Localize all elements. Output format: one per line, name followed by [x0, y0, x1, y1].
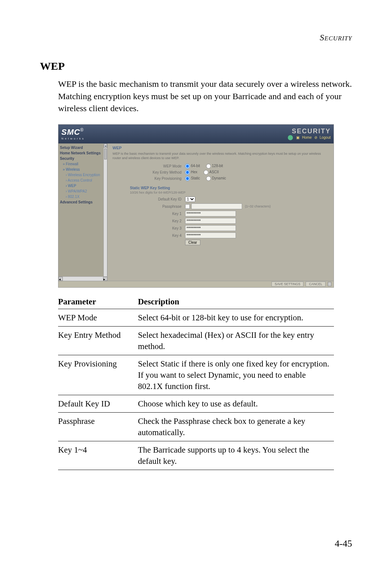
clear-button[interactable]: Clear [185, 240, 200, 245]
table-row: PassphraseCheck the Passphrase check box… [58, 413, 334, 441]
param-cell: Key Provisioning [58, 355, 138, 395]
param-cell: Default Key ID [58, 395, 138, 413]
wep-mode-64[interactable]: 64-bit [185, 164, 200, 168]
wep-mode-128[interactable]: 128-bit [206, 164, 223, 168]
sidebar-item-home-network[interactable]: Home Network Settings [60, 150, 106, 156]
entry-hex[interactable]: Hex [185, 170, 197, 174]
globe-icon [288, 135, 293, 140]
banner-title: SECURITY [286, 127, 331, 135]
param-cell: Key 1~4 [58, 441, 138, 470]
radio-64bit[interactable] [185, 164, 190, 169]
scroll-up-icon[interactable]: ▴ [104, 143, 107, 148]
param-cell: WEP Mode [58, 309, 138, 326]
sidebar: Setup Wizard Home Network Settings Secur… [58, 143, 107, 281]
scroll-thumb[interactable] [104, 149, 107, 159]
router-screenshot: SMC® Networks SECURITY ▣ Home ⊘ Logout S… [58, 124, 334, 288]
radio-hex[interactable] [185, 170, 190, 175]
radio-ascii[interactable] [204, 170, 208, 175]
passphrase-checkbox[interactable] [185, 204, 190, 209]
save-settings-button[interactable]: SAVE SETTINGS [271, 282, 304, 287]
static-key-heading: Static WEP Key Setting [130, 186, 328, 190]
key3-label: Key 3 [113, 226, 185, 230]
intro-text: WEP is the basic mechanism to transmit y… [58, 78, 352, 115]
breadcrumb: Security [40, 33, 352, 42]
key3-input[interactable] [185, 225, 236, 231]
content-desc: WEP is the basic mechanism to transmit y… [113, 151, 328, 160]
desc-cell: Check the Passphrase check box to genera… [138, 413, 334, 441]
page-number: 4-45 [335, 538, 352, 549]
hscroll-left-icon[interactable]: ◂ [58, 277, 63, 281]
table-row: Key 1~4The Barricade supports up to 4 ke… [58, 441, 334, 470]
sidebar-scrollbar[interactable]: ▴ ▾ [103, 143, 107, 281]
logo-text: SMC [61, 127, 80, 137]
table-row: Default Key IDChoose which key to use as… [58, 395, 334, 413]
prov-static[interactable]: Static [185, 176, 200, 180]
sidebar-item-wpa[interactable]: › WPA/WPA2 [60, 189, 106, 194]
sidebar-item-security[interactable]: Security [60, 156, 106, 161]
provisioning-label: Key Provisioning [113, 177, 185, 181]
key2-label: Key 2 [113, 219, 185, 223]
sidebar-item-access-control[interactable]: › Access Control [60, 178, 106, 183]
hex-hint: 10/26 hex digits for 64-WEP/128-WEP [130, 191, 328, 194]
radio-128bit[interactable] [206, 164, 211, 169]
logo-subtext: Networks [61, 137, 85, 140]
key1-input[interactable] [185, 211, 236, 216]
logout-link[interactable]: ⊘ Logout [314, 135, 331, 139]
sidebar-item-firewall[interactable]: » Firewall [60, 161, 106, 167]
radio-dynamic[interactable] [206, 176, 211, 181]
radio-static[interactable] [185, 176, 190, 181]
parameter-table: Parameter Description WEP ModeSelect 64-… [58, 295, 334, 470]
resize-grip-icon[interactable] [328, 282, 331, 286]
prov-dynamic[interactable]: Dynamic [206, 176, 226, 180]
h-scrollbar[interactable]: ◂ ▸ [58, 276, 107, 281]
entry-ascii[interactable]: ASCII [204, 170, 219, 174]
key1-label: Key 1 [113, 212, 185, 216]
content-title: WEP [113, 146, 328, 150]
sidebar-item-advanced[interactable]: Advanced Settings [60, 199, 106, 205]
default-key-label: Default Key ID [113, 197, 185, 201]
th-parameter: Parameter [58, 295, 138, 309]
sidebar-item-8021x[interactable]: › 802.1X [60, 194, 106, 199]
wep-mode-label: WEP Mode [113, 164, 185, 168]
passphrase-label: Passphrase [113, 204, 185, 208]
entry-method-label: Key Entry Method [113, 170, 185, 174]
home-link[interactable]: ▣ Home [296, 135, 311, 139]
cancel-button[interactable]: CANCEL [306, 282, 326, 287]
param-cell: Passphrase [58, 413, 138, 441]
table-row: WEP ModeSelect 64-bit or 128-bit key to … [58, 309, 334, 326]
desc-cell: Select hexadecimal (Hex) or ASCII for th… [138, 326, 334, 355]
content-pane: WEP WEP is the basic mechanism to transm… [107, 143, 334, 281]
section-title: WEP [40, 60, 352, 72]
passphrase-input[interactable] [191, 203, 242, 209]
table-row: Key Entry MethodSelect hexadecimal (Hex)… [58, 326, 334, 355]
logo: SMC® Networks [61, 127, 85, 140]
desc-cell: Select Static if there is only one fixed… [138, 355, 334, 395]
th-description: Description [138, 295, 334, 309]
desc-cell: Choose which key to use as default. [138, 395, 334, 413]
desc-cell: Select 64-bit or 128-bit key to use for … [138, 309, 334, 326]
footer-bar: SAVE SETTINGS CANCEL [58, 281, 334, 287]
param-cell: Key Entry Method [58, 326, 138, 355]
key2-input[interactable] [185, 218, 236, 224]
desc-cell: The Barricade supports up to 4 keys. You… [138, 441, 334, 470]
sidebar-item-wireless[interactable]: » Wireless [60, 167, 106, 172]
banner-right: SECURITY ▣ Home ⊘ Logout [286, 127, 331, 140]
hscroll-right-icon[interactable]: ▸ [103, 277, 107, 281]
passphrase-note: (1~32 characters) [245, 204, 271, 208]
sidebar-item-setup-wizard[interactable]: Setup Wizard [60, 145, 106, 150]
sidebar-item-wireless-encryption[interactable]: › Wireless Encryption [60, 172, 106, 178]
key4-input[interactable] [185, 232, 236, 238]
sidebar-item-wep[interactable]: › WEP [60, 183, 106, 189]
table-row: Key ProvisioningSelect Static if there i… [58, 355, 334, 395]
default-key-select[interactable]: 1 [185, 197, 195, 202]
key4-label: Key 4 [113, 234, 185, 238]
screenshot-header: SMC® Networks SECURITY ▣ Home ⊘ Logout [58, 125, 334, 143]
